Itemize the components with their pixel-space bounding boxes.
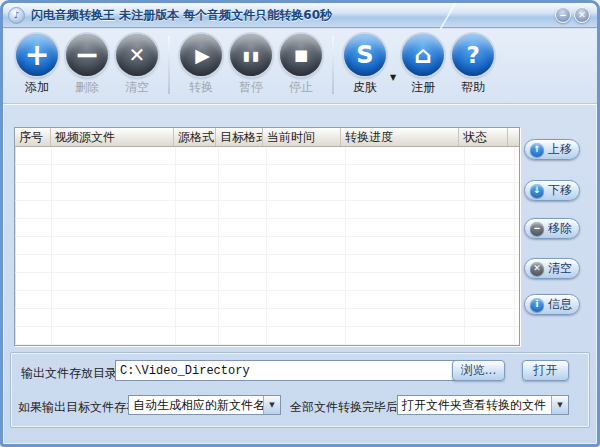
- home-icon: ⌂: [402, 34, 444, 76]
- move-down-button[interactable]: ↓ 下移: [524, 180, 580, 201]
- clear-button-label: 清空: [125, 79, 149, 96]
- info-button[interactable]: i 信息: [524, 294, 580, 315]
- close-button[interactable]: ✕: [574, 7, 590, 23]
- titlebar: ♪ 闪电音频转换王 未注册版本 每个音频文件只能转换60秒 − ✕: [3, 3, 597, 28]
- register-button[interactable]: ⌂ 注册: [398, 34, 448, 96]
- help-button[interactable]: ? 帮助: [448, 34, 498, 96]
- move-up-button[interactable]: ↑ 上移: [524, 139, 580, 160]
- move-down-label: 下移: [548, 182, 572, 199]
- skin-dropdown-arrow-icon[interactable]: ▼: [390, 73, 396, 82]
- open-button[interactable]: 打开: [522, 360, 569, 381]
- column-header-source-file[interactable]: 视频源文件: [51, 128, 174, 146]
- clear-button[interactable]: ✕ 清空: [112, 34, 162, 96]
- column-header-status[interactable]: 状态: [459, 128, 508, 146]
- column-header-index[interactable]: 序号: [15, 128, 51, 146]
- column-header-filler: [508, 128, 519, 146]
- output-directory-label: 输出文件存放目录:: [21, 365, 121, 382]
- stop-button[interactable]: ■ 停止: [276, 34, 326, 96]
- plus-icon: +: [16, 34, 58, 76]
- skin-button[interactable]: S 皮肤: [340, 34, 390, 96]
- column-header-current-time[interactable]: 当前时间: [263, 128, 341, 146]
- window-title: 闪电音频转换王 未注册版本 每个音频文件只能转换60秒: [31, 7, 332, 24]
- browse-button[interactable]: 浏览...: [452, 360, 505, 381]
- add-button[interactable]: + 添加: [12, 34, 62, 96]
- after-conversion-label: 全部文件转换完毕后:: [290, 399, 402, 416]
- minimize-button[interactable]: −: [555, 7, 571, 23]
- file-exists-label: 如果输出目标文件存在:: [18, 399, 142, 416]
- chevron-down-icon[interactable]: ▼: [551, 396, 568, 414]
- app-window: ♪ 闪电音频转换王 未注册版本 每个音频文件只能转换60秒 − ✕ + 添加 −…: [0, 0, 600, 447]
- toolbar-separator: [332, 36, 334, 94]
- file-exists-select[interactable]: 自动生成相应的新文件名 ▼: [128, 395, 281, 415]
- after-conversion-select[interactable]: 打开文件夹查看转换的文件 ▼: [397, 395, 569, 415]
- register-button-label: 注册: [411, 79, 435, 96]
- delete-button[interactable]: − 删除: [62, 34, 112, 96]
- after-conversion-selected-value: 打开文件夹查看转换的文件: [398, 397, 551, 414]
- window-controls: − ✕: [555, 7, 592, 23]
- add-button-label: 添加: [25, 79, 49, 96]
- conversion-file-list[interactable]: 序号 视频源文件 源格式 目标格式 当前时间 转换进度 状态: [14, 127, 520, 346]
- column-header-progress[interactable]: 转换进度: [341, 128, 459, 146]
- question-icon: ?: [452, 34, 494, 76]
- file-list-header: 序号 视频源文件 源格式 目标格式 当前时间 转换进度 状态: [15, 128, 519, 147]
- pause-icon: ▮▮: [230, 34, 272, 76]
- output-options-panel: 输出文件存放目录: 浏览... 打开 如果输出目标文件存在: 自动生成相应的新文…: [10, 352, 590, 428]
- convert-button[interactable]: ▶ 转换: [176, 34, 226, 96]
- play-icon: ▶: [180, 34, 222, 76]
- file-exists-selected-value: 自动生成相应的新文件名: [129, 397, 263, 414]
- cross-icon: ✕: [530, 262, 544, 276]
- skin-button-label: 皮肤: [353, 79, 377, 96]
- cross-icon: ✕: [116, 34, 158, 76]
- delete-button-label: 删除: [75, 79, 99, 96]
- stop-button-label: 停止: [289, 79, 313, 96]
- pause-button[interactable]: ▮▮ 暂停: [226, 34, 276, 96]
- toolbar: + 添加 − 删除 ✕ 清空 ▶ 转换 ▮▮ 暂停 ■ 停止 S 皮肤 ▼: [3, 29, 597, 104]
- arrow-down-icon: ↓: [530, 184, 544, 198]
- info-label: 信息: [548, 296, 572, 313]
- remove-label: 移除: [548, 220, 572, 237]
- remove-button[interactable]: − 移除: [524, 218, 580, 239]
- app-icon: ♪: [8, 7, 25, 24]
- chevron-down-icon[interactable]: ▼: [263, 396, 280, 414]
- stop-icon: ■: [280, 34, 322, 76]
- column-header-source-format[interactable]: 源格式: [174, 128, 216, 146]
- convert-button-label: 转换: [189, 79, 213, 96]
- minus-icon: −: [530, 222, 544, 236]
- move-up-label: 上移: [548, 141, 572, 158]
- toolbar-separator: [168, 36, 170, 94]
- column-header-target-format[interactable]: 目标格式: [216, 128, 263, 146]
- help-button-label: 帮助: [461, 79, 485, 96]
- clear-list-button[interactable]: ✕ 清空: [524, 258, 580, 279]
- pause-button-label: 暂停: [239, 79, 263, 96]
- output-directory-input[interactable]: [115, 360, 456, 381]
- clear-list-label: 清空: [548, 260, 572, 277]
- info-icon: i: [530, 298, 544, 312]
- minus-icon: −: [66, 34, 108, 76]
- file-list-body[interactable]: [15, 147, 519, 345]
- skin-icon: S: [344, 34, 386, 76]
- arrow-up-icon: ↑: [530, 143, 544, 157]
